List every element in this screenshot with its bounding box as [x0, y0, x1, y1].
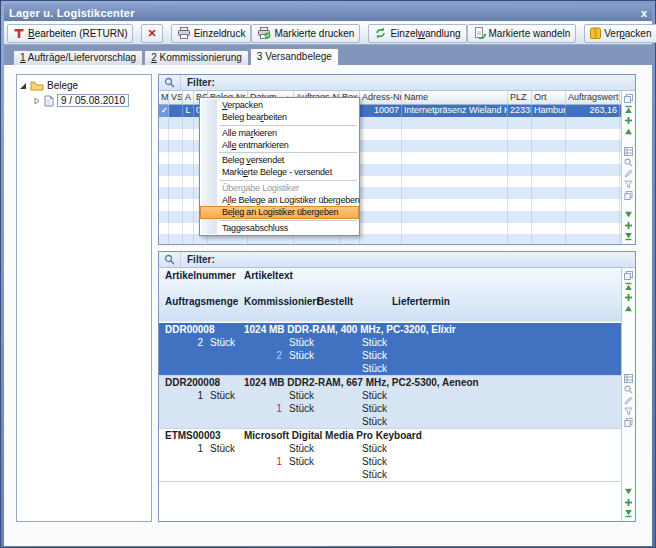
cell-empty: [183, 140, 194, 152]
cell-empty: [159, 152, 169, 164]
column-chooser-icon[interactable]: [624, 93, 633, 104]
search-icon[interactable]: [624, 384, 633, 395]
toolbar-loeschen-button[interactable]: ✕: [141, 24, 162, 43]
cell-empty: [360, 187, 402, 199]
menu-item-1[interactable]: Beleg bearbeiten: [200, 111, 359, 123]
cell-empty: [532, 152, 566, 164]
bottom-column-header[interactable]: Artikeltext: [244, 270, 293, 281]
menu-item-4[interactable]: Alle entmarkieren: [200, 139, 359, 151]
cell-name: Internetpräsenz Wieland KG: [402, 105, 508, 117]
cell-empty: [402, 211, 508, 223]
page-up-icon[interactable]: [624, 303, 633, 314]
filter-icon[interactable]: [624, 406, 633, 417]
bottom-column-header[interactable]: Kommissioniert: [244, 296, 320, 307]
cell-empty: [169, 211, 183, 223]
page-up-icon[interactable]: [624, 126, 633, 137]
bottom-column-header[interactable]: Bestellt: [317, 296, 353, 307]
column-header-plz[interactable]: PLZ: [508, 91, 532, 105]
article-line-2: 2StückStückStück: [159, 336, 621, 349]
artikeltext: Microsoft Digital Media Pro Keyboard: [244, 429, 422, 442]
tab-auftraege-liefervorschlag[interactable]: 1 Aufträge/Liefervorschlag: [13, 50, 143, 65]
details-icon[interactable]: [624, 146, 633, 157]
page-down-icon[interactable]: [624, 209, 633, 220]
tree-node-label: 9 / 05.08.2010: [57, 94, 129, 107]
toolbar-verpacken-button[interactable]: Verpacken: [584, 24, 656, 43]
toolbar-einzelwandlung-button[interactable]: Einzelwandlung: [368, 24, 466, 43]
filter-icon[interactable]: [624, 179, 633, 190]
tab-versandbelege[interactable]: 3 Versandbelege: [250, 48, 339, 65]
go-bottom-icon[interactable]: [624, 231, 633, 242]
bottom-column-header[interactable]: Artikelnummer: [165, 270, 236, 281]
cell-empty: [566, 164, 620, 176]
toolbar-markierte-wandeln-button[interactable]: Markierte wandeln: [467, 24, 577, 43]
close-button[interactable]: x: [641, 7, 647, 19]
menu-item-11[interactable]: Beleg an Logistiker übergeben: [200, 206, 359, 218]
copy-icon[interactable]: [624, 190, 633, 201]
page-down-icon[interactable]: [624, 486, 633, 497]
go-top-icon[interactable]: [624, 104, 633, 115]
toolbar-einzeldruck-button[interactable]: Einzeldruck: [171, 24, 252, 43]
cell-empty: [169, 187, 183, 199]
bottom-grid-header: ArtikelnummerArtikeltextAuftragsmengeKom…: [159, 268, 621, 322]
menu-item-10[interactable]: Alle Belege an Logistiker übergeben: [200, 194, 359, 206]
cell-auftragswert: 263,16: [566, 105, 620, 117]
column-header-auftragswert[interactable]: Auftragswert €: [566, 91, 620, 105]
go-bottom-icon[interactable]: [624, 508, 633, 519]
search-icon[interactable]: [624, 157, 633, 168]
row-append-icon[interactable]: [624, 497, 633, 508]
cell-empty: [566, 187, 620, 199]
menu-item-7[interactable]: Markierte Belege - versendet: [200, 166, 359, 178]
bottom-column-header[interactable]: Liefertermin: [392, 296, 450, 307]
column-header-ort[interactable]: Ort: [532, 91, 566, 105]
search-icon[interactable]: [159, 75, 181, 90]
cell-empty: [566, 152, 620, 164]
cell-empty: [169, 234, 183, 245]
cell-empty: [159, 176, 169, 188]
column-header-m[interactable]: M: [159, 91, 169, 105]
toolbar-markierte-drucken-button[interactable]: Markierte drucken: [251, 24, 360, 43]
menu-item-6[interactable]: Beleg versendet: [200, 154, 359, 166]
menu-separator: [219, 180, 357, 181]
bottom-column-header[interactable]: Auftragsmenge: [165, 296, 238, 307]
cell-empty: [508, 234, 532, 245]
cell-empty: [566, 223, 620, 235]
column-header-name[interactable]: Name: [402, 91, 508, 105]
cell-empty: [402, 129, 508, 141]
column-chooser-icon[interactable]: [624, 270, 633, 281]
cell-empty: [183, 187, 194, 199]
tree-node-belege[interactable]: Belege: [19, 78, 149, 93]
cell-empty: [159, 129, 169, 141]
details-icon[interactable]: [624, 373, 633, 384]
cell-empty: [402, 199, 508, 211]
copy-icon[interactable]: [624, 417, 633, 428]
search-icon[interactable]: [159, 252, 181, 267]
expanded-triangle-icon[interactable]: [19, 82, 27, 90]
menu-item-3[interactable]: Alle markieren: [200, 127, 359, 139]
article-block-DDR00008[interactable]: DDR000081024 MB DDR-RAM, 400 MHz, PC-320…: [159, 322, 621, 376]
cell-empty: [169, 152, 183, 164]
toolbar-bearbeiten-button[interactable]: Bearbeiten (RETURN): [7, 24, 133, 43]
cell-empty: [566, 117, 620, 129]
toolbar-button-label: Verpacken: [604, 28, 651, 39]
column-header-a[interactable]: A: [183, 91, 194, 105]
edit-icon[interactable]: [624, 395, 633, 406]
cell-empty: [169, 199, 183, 211]
column-header-adress_nr[interactable]: Adress-Nr.: [360, 91, 402, 105]
article-line-1: ETMS00003Microsoft Digital Media Pro Key…: [159, 429, 621, 442]
edit-icon[interactable]: [624, 168, 633, 179]
menu-item-13[interactable]: Taggesabschluss: [200, 222, 359, 234]
auftragsmenge-value: 1: [159, 442, 203, 455]
row-insert-icon[interactable]: [624, 292, 633, 303]
row-append-icon[interactable]: [624, 220, 633, 231]
cell-empty: [169, 129, 183, 141]
tree-node-beleg-9[interactable]: 9 / 05.08.2010: [19, 93, 149, 108]
article-block-DDR200008[interactable]: DDR2000081024 MB DDR2-RAM, 667 MHz, PC2-…: [159, 376, 621, 429]
article-block-ETMS00003[interactable]: ETMS00003Microsoft Digital Media Pro Key…: [159, 429, 621, 482]
column-header-vs[interactable]: VS: [169, 91, 183, 105]
go-top-icon[interactable]: [624, 281, 633, 292]
menu-item-0[interactable]: Verpacken: [200, 99, 359, 111]
tab-kommissionierung[interactable]: 2 Kommissionierung: [144, 50, 249, 65]
collapsed-triangle-icon[interactable]: [33, 97, 41, 105]
cell-empty: [566, 140, 620, 152]
row-insert-icon[interactable]: [624, 115, 633, 126]
